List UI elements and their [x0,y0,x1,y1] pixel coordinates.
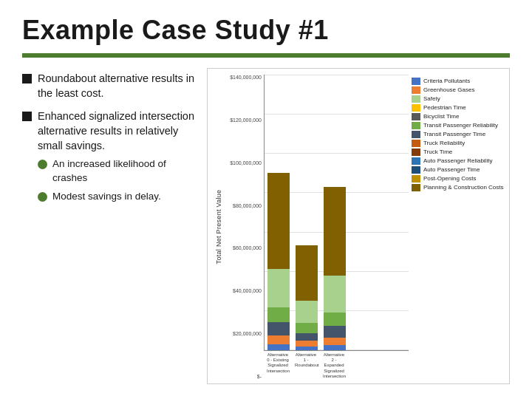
y-tick-5: $60,000,000 [233,245,262,250]
y-tick-1: $140,000,000 [230,75,262,80]
seg-construction-1 [267,173,290,269]
bars-area [264,75,409,351]
legend-label-auto-rel: Auto Passenger Reliability [423,157,492,165]
y-axis-label: Total Net Present Value [215,190,222,265]
sub-bullet-1-text: An increased likelihood of crashes [52,157,200,185]
legend-item-ped: Pedestrian Time [412,104,505,112]
legend-label-truck-rel: Truck Reliability [423,140,465,147]
seg-truck-2 [296,323,318,333]
legend-item-transit-rel: Transit Passenger Reliability [412,122,505,129]
y-tick-7: $20,000,000 [233,331,262,336]
legend-label-safety: Safety [423,95,440,103]
divider-bar [22,53,510,58]
legend-label-truck-time: Truck Time [423,149,452,156]
legend-item-truck-rel: Truck Reliability [412,140,505,147]
legend-item-plan-const: Planning & Construction Costs [412,184,505,191]
x-label-3: Alternative 2 - Expanded Signalized Inte… [323,352,345,379]
x-axis-labels: Alternative 0 - Existing Signalized Inte… [264,352,409,379]
y-tick-3: $100,000,000 [230,160,262,166]
bar-group-1 [267,173,290,350]
legend-color-auto-rel [412,157,420,165]
legend-item-auto-time: Auto Passenger Time [412,166,505,174]
legend-label-criteria: Criteria Pollutants [423,78,470,85]
legend-color-post-open [412,175,420,183]
stacked-bar-3 [324,187,346,350]
legend-item-transit-time: Transit Passenger Time [412,131,505,138]
bullet-2-marker [22,112,32,121]
y-axis-ticks: $140,000,000 $120,000,000 $100,000,000 $… [225,75,264,379]
y-tick-6: $40,000,000 [233,288,262,293]
seg-truck-1 [267,307,290,322]
seg-ghg-3 [324,338,346,345]
legend-color-ghg [412,86,420,94]
bullet-2: Enhanced signalized intersection alterna… [22,109,200,209]
seg-safety-1 [267,269,290,307]
legend-label-ghg: Greenhouse Gases [423,86,474,94]
sub-bullet-2: Modest savings in delay. [38,190,200,204]
seg-criteria-2 [296,347,318,350]
chart-legend: Criteria Pollutants Greenhouse Gases Saf… [409,75,505,379]
seg-criteria-3 [324,345,346,350]
bullet-1-text: Roundabout alternative results in the le… [38,71,200,101]
seg-construction-2 [296,245,318,301]
legend-color-auto-time [412,166,420,174]
sub-bullet-2-marker [38,192,47,202]
legend-color-transit-rel [412,122,420,129]
slide-title: Example Case Study #1 [22,15,510,46]
chart-and-legend: Total Net Present Value $140,000,000 $12… [212,75,505,379]
legend-color-truck-rel [412,140,420,147]
sub-bullet-2-text: Modest savings in delay. [52,190,161,204]
legend-item-post-open: Post-Opening Costs [412,175,505,183]
sub-bullet-1: An increased likelihood of crashes [38,157,200,185]
chart-container: Total Net Present Value $140,000,000 $12… [207,68,510,384]
bullet-2-text: Enhanced signalized intersection alterna… [38,109,200,154]
y-axis-label-container: Total Net Present Value [212,75,225,379]
legend-color-bike [412,113,420,120]
stacked-bar-2 [296,245,318,350]
bullet-1: Roundabout alternative results in the le… [22,71,200,101]
legend-color-plan-const [412,184,420,191]
legend-label-bike: Bicyclist Time [423,113,459,120]
sub-bullets: An increased likelihood of crashes Modes… [38,157,200,208]
content-area: Roundabout alternative results in the le… [22,68,510,384]
legend-item-bike: Bicyclist Time [412,113,505,120]
legend-item-auto-rel: Auto Passenger Reliability [412,157,505,165]
legend-color-truck-time [412,149,420,156]
seg-safety-3 [324,276,346,313]
legend-item-criteria: Criteria Pollutants [412,78,505,85]
bar-group-2 [296,245,318,350]
y-tick-2: $120,000,000 [230,117,262,123]
bullet-1-marker [22,74,32,83]
seg-safety-2 [296,301,318,323]
slide: Example Case Study #1 Roundabout alterna… [0,0,532,399]
legend-color-safety [412,95,420,103]
legend-color-criteria [412,78,420,85]
legend-color-transit-time [412,131,420,138]
legend-label-ped: Pedestrian Time [423,104,466,112]
legend-label-transit-time: Transit Passenger Time [423,131,485,138]
seg-criteria-1 [267,344,290,350]
seg-ghg-1 [267,335,290,344]
y-tick-8: $- [257,374,262,379]
bar-group-3 [324,187,346,350]
legend-item-safety: Safety [412,95,505,103]
sub-bullet-1-marker [38,160,47,169]
left-panel: Roundabout alternative results in the le… [22,68,200,384]
legend-label-plan-const: Planning & Construction Costs [423,184,504,191]
legend-item-ghg: Greenhouse Gases [412,86,505,94]
seg-construction-3 [324,187,346,276]
legend-label-transit-rel: Transit Passenger Reliability [423,122,498,129]
x-label-1: Alternative 0 - Existing Signalized Inte… [267,352,289,379]
legend-item-truck-time: Truck Time [412,149,505,156]
seg-transit-1 [267,322,290,335]
seg-truck-3 [324,313,346,326]
legend-color-ped [412,104,420,112]
y-tick-4: $80,000,000 [233,203,262,208]
seg-transit-2 [296,333,318,341]
legend-label-post-open: Post-Opening Costs [423,175,477,183]
seg-transit-3 [324,326,346,338]
x-label-2: Alternative 1 - Roundabout [295,352,317,379]
legend-label-auto-time: Auto Passenger Time [423,166,480,174]
stacked-bar-1 [267,173,290,350]
seg-ghg-2 [296,341,318,347]
